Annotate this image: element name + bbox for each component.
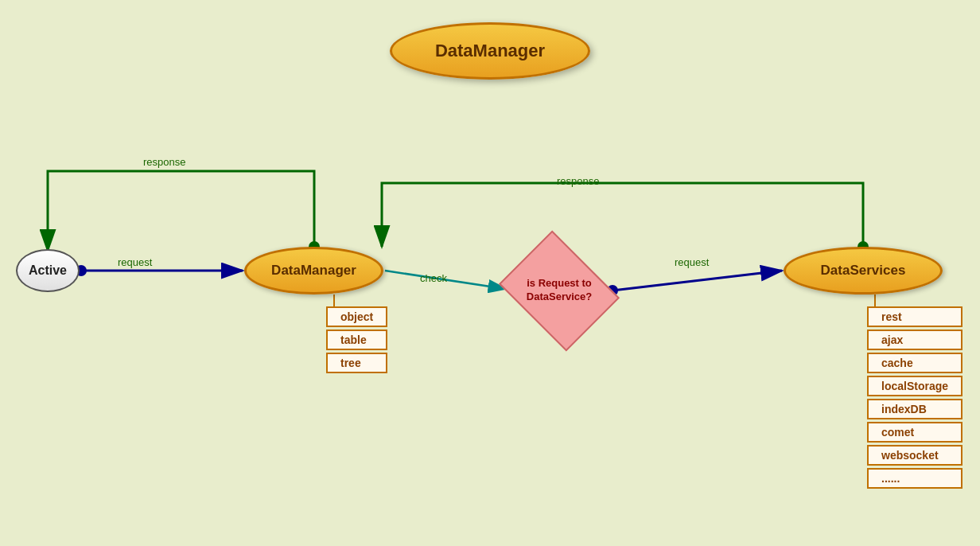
datamanager-node: DataManager (244, 247, 383, 294)
list-item: websocket (867, 445, 962, 466)
list-item: ajax (867, 330, 962, 350)
dataservices-node: DataServices (784, 247, 943, 294)
response-label-left: response (143, 156, 185, 168)
svg-point-3 (0, 0, 6, 6)
response-label-right: response (557, 175, 599, 187)
request-label-right: request (675, 256, 709, 268)
list-item: indexDB (867, 399, 962, 419)
datamanager-label: DataManager (271, 263, 356, 279)
dm-list: object table tree (326, 306, 387, 376)
title-label: DataManager (435, 41, 545, 61)
active-node: Active (16, 249, 80, 292)
diamond-label: is Request toDataService? (527, 277, 592, 304)
ds-list: rest ajax cache localStorage indexDB com… (867, 306, 962, 491)
svg-line-7 (612, 271, 782, 291)
list-item: comet (867, 422, 962, 443)
active-label: Active (29, 263, 67, 278)
title-node: DataManager (390, 22, 590, 80)
list-item: ...... (867, 468, 962, 489)
diamond-node: is Request toDataService? (508, 251, 611, 330)
list-item: tree (326, 353, 387, 373)
list-item: table (326, 330, 387, 350)
list-item: cache (867, 353, 962, 373)
request-label-left: request (118, 256, 152, 268)
list-item: object (326, 306, 387, 327)
check-label: check (420, 272, 447, 284)
dataservices-label: DataServices (821, 263, 906, 279)
diagram-container: DataManager Active DataManager DataServi… (0, 0, 980, 546)
list-item: localStorage (867, 376, 962, 396)
list-item: rest (867, 306, 962, 327)
